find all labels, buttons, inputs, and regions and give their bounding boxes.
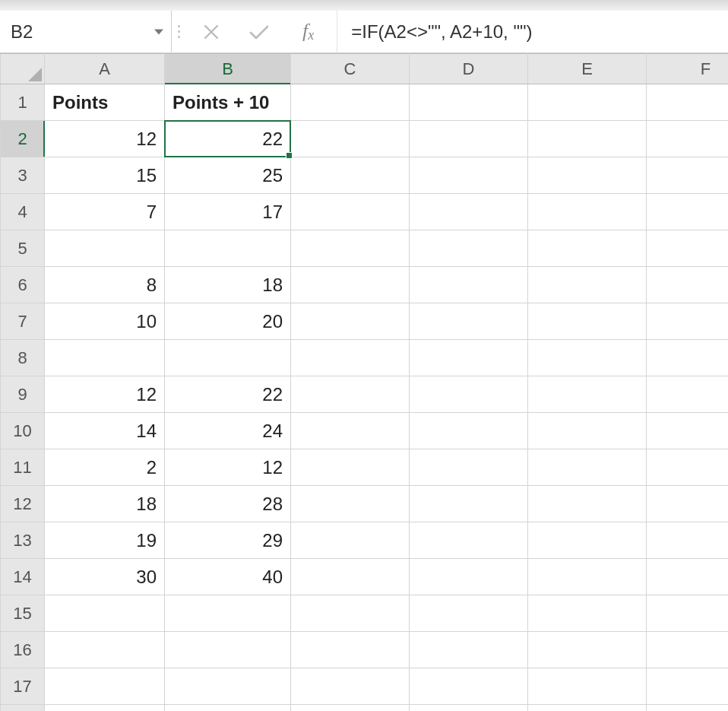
cell-F18[interactable] [647, 705, 729, 712]
cell-B8[interactable] [165, 340, 291, 376]
row-header-17[interactable]: 17 [1, 668, 45, 705]
cell-F14[interactable] [647, 559, 729, 595]
cell-D16[interactable] [410, 632, 528, 668]
cell-C7[interactable] [291, 303, 410, 340]
cell-A12[interactable]: 18 [45, 486, 165, 522]
cell-B14[interactable]: 40 [165, 559, 291, 595]
cell-E8[interactable] [528, 340, 647, 376]
cell-E7[interactable] [528, 303, 647, 340]
cell-C6[interactable] [291, 267, 410, 303]
cell-C1[interactable] [291, 84, 410, 121]
cell-B6[interactable]: 18 [165, 267, 291, 303]
row-header-13[interactable]: 13 [1, 522, 45, 559]
cell-E13[interactable] [528, 522, 647, 559]
cell-A13[interactable]: 19 [45, 522, 165, 559]
row-header-6[interactable]: 6 [1, 267, 45, 303]
formula-input[interactable]: =IF(A2<>"", A2+10, "") [337, 11, 728, 52]
cell-D13[interactable] [410, 522, 528, 559]
cell-B9[interactable]: 22 [165, 376, 291, 413]
row-header-2[interactable]: 2 [1, 121, 45, 157]
cell-D11[interactable] [410, 449, 528, 486]
cell-A15[interactable] [45, 595, 165, 632]
cell-B15[interactable] [165, 595, 291, 632]
cell-B13[interactable]: 29 [165, 522, 291, 559]
cell-D4[interactable] [410, 194, 528, 230]
cell-E14[interactable] [528, 559, 647, 595]
cell-C12[interactable] [291, 486, 410, 522]
cell-F17[interactable] [647, 668, 729, 705]
cell-B12[interactable]: 28 [165, 486, 291, 522]
cell-E3[interactable] [528, 157, 647, 194]
cell-B10[interactable]: 24 [165, 413, 291, 449]
column-header-F[interactable]: F [647, 54, 729, 84]
cell-F12[interactable] [647, 486, 729, 522]
row-header-5[interactable]: 5 [1, 230, 45, 267]
cell-E10[interactable] [528, 413, 647, 449]
cell-E17[interactable] [528, 668, 647, 705]
select-all-corner[interactable] [1, 54, 45, 84]
cell-A2[interactable]: 12 [45, 121, 165, 157]
row-header-12[interactable]: 12 [1, 486, 45, 522]
cell-E9[interactable] [528, 376, 647, 413]
cell-A7[interactable]: 10 [45, 303, 165, 340]
cell-A10[interactable]: 14 [45, 413, 165, 449]
cell-D17[interactable] [410, 668, 528, 705]
cell-F2[interactable] [647, 121, 729, 157]
cell-D3[interactable] [410, 157, 528, 194]
row-header-4[interactable]: 4 [1, 194, 45, 230]
cell-B2[interactable]: 22 [165, 121, 291, 157]
cell-A11[interactable]: 2 [45, 449, 165, 486]
insert-function-button[interactable]: fx [299, 20, 318, 43]
cell-D18[interactable] [410, 705, 528, 712]
cell-D6[interactable] [410, 267, 528, 303]
row-header-15[interactable]: 15 [1, 595, 45, 632]
column-header-B[interactable]: B [165, 54, 291, 84]
cell-D9[interactable] [410, 376, 528, 413]
cell-D12[interactable] [410, 486, 528, 522]
cell-A17[interactable] [45, 668, 165, 705]
cell-C9[interactable] [291, 376, 410, 413]
row-header-14[interactable]: 14 [1, 559, 45, 595]
cell-C15[interactable] [291, 595, 410, 632]
row-header-16[interactable]: 16 [1, 632, 45, 668]
cell-D15[interactable] [410, 595, 528, 632]
cell-D7[interactable] [410, 303, 528, 340]
cell-C13[interactable] [291, 522, 410, 559]
cell-B18[interactable] [165, 705, 291, 712]
cell-E5[interactable] [528, 230, 647, 267]
cell-C14[interactable] [291, 559, 410, 595]
cell-D10[interactable] [410, 413, 528, 449]
column-header-E[interactable]: E [528, 54, 647, 84]
row-header-1[interactable]: 1 [1, 84, 45, 121]
cell-F5[interactable] [647, 230, 729, 267]
cell-A14[interactable]: 30 [45, 559, 165, 595]
cell-F11[interactable] [647, 449, 729, 486]
cell-B5[interactable] [165, 230, 291, 267]
cell-C10[interactable] [291, 413, 410, 449]
name-box[interactable]: B2 [0, 11, 172, 52]
column-header-A[interactable]: A [45, 54, 165, 84]
cell-C11[interactable] [291, 449, 410, 486]
column-header-D[interactable]: D [410, 54, 528, 84]
cell-B7[interactable]: 20 [165, 303, 291, 340]
cell-F4[interactable] [647, 194, 729, 230]
row-header-8[interactable]: 8 [1, 340, 45, 376]
cell-E12[interactable] [528, 486, 647, 522]
cell-C4[interactable] [291, 194, 410, 230]
row-header-10[interactable]: 10 [1, 413, 45, 449]
cell-C8[interactable] [291, 340, 410, 376]
cell-C2[interactable] [291, 121, 410, 157]
cell-F6[interactable] [647, 267, 729, 303]
row-header-18[interactable]: 18 [1, 705, 45, 712]
spreadsheet-grid[interactable]: ABCDEF 1PointsPoints + 10212223152547175… [0, 53, 728, 711]
cell-C17[interactable] [291, 668, 410, 705]
row-header-11[interactable]: 11 [1, 449, 45, 486]
cell-B17[interactable] [165, 668, 291, 705]
row-header-7[interactable]: 7 [1, 303, 45, 340]
cell-D5[interactable] [410, 230, 528, 267]
cell-B3[interactable]: 25 [165, 157, 291, 194]
name-box-dropdown-icon[interactable] [154, 29, 163, 34]
cell-A16[interactable] [45, 632, 165, 668]
cell-E1[interactable] [528, 84, 647, 121]
cell-B11[interactable]: 12 [165, 449, 291, 486]
